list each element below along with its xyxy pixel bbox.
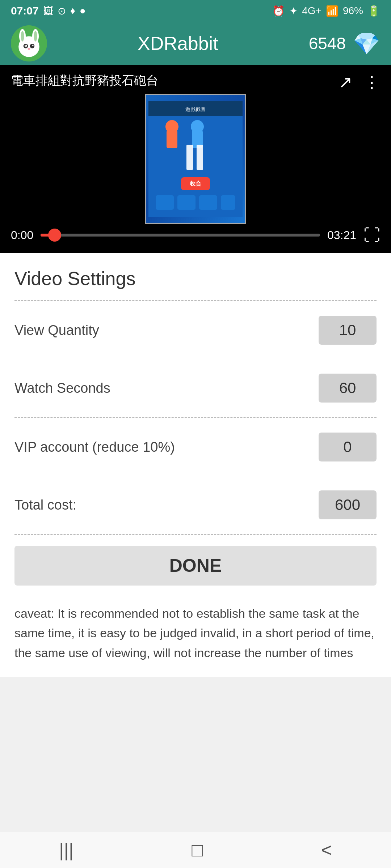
video-controls[interactable]: 0:00 03:21 ⛶ xyxy=(0,217,391,253)
battery-icon: 🔋 xyxy=(367,5,380,17)
done-button[interactable]: DONE xyxy=(14,546,377,586)
video-player[interactable]: 電車排組對抗野豬投石砲台 ↗ ⋮ 遊戲截圖 收合 xyxy=(0,65,391,253)
view-quantity-value: 10 xyxy=(339,322,356,339)
watch-seconds-box[interactable]: 60 xyxy=(319,374,377,403)
svg-point-8 xyxy=(32,45,34,46)
svg-rect-19 xyxy=(186,145,193,170)
total-cost-value: 600 xyxy=(335,496,360,514)
header-right: 6548 💎 xyxy=(309,31,380,56)
bluetooth-status-icon: ✦ xyxy=(289,5,298,17)
home-button[interactable]: □ xyxy=(192,839,203,861)
back-button[interactable]: < xyxy=(321,839,332,861)
clock-icon: ⊙ xyxy=(58,5,66,17)
svg-point-4 xyxy=(34,31,37,42)
caveat-section: caveat: It is recommended not to establi… xyxy=(0,596,391,677)
view-quantity-label: View Quantity xyxy=(14,323,99,338)
bottom-nav: ||| □ < xyxy=(0,832,391,868)
thumbnail-inner: 遊戲截圖 收合 xyxy=(146,95,245,223)
recent-apps-button[interactable]: ||| xyxy=(59,839,74,861)
view-quantity-box[interactable]: 10 xyxy=(319,316,377,345)
fullscreen-button[interactable]: ⛶ xyxy=(363,225,380,245)
video-progress-bar[interactable] xyxy=(41,234,320,237)
status-time: 07:07 xyxy=(11,5,39,17)
video-title: 電車排組對抗野豬投石砲台 xyxy=(11,72,159,89)
svg-rect-24 xyxy=(177,195,196,210)
dot-icon: ● xyxy=(80,5,86,17)
total-cost-box[interactable]: 600 xyxy=(319,490,377,519)
video-time-start: 0:00 xyxy=(11,229,33,242)
bluetooth-icon: ♦ xyxy=(70,5,75,17)
battery-percent: 96% xyxy=(343,5,363,17)
svg-point-16 xyxy=(165,120,178,133)
vip-account-row: VIP account (reduce 10%) 0 xyxy=(14,418,377,476)
coin-count: 6548 xyxy=(309,34,346,53)
settings-section: Video Settings View Quantity 10 Watch Se… xyxy=(0,253,391,535)
video-actions: ↗ ⋮ xyxy=(339,72,380,92)
share-button[interactable]: ↗ xyxy=(339,72,353,92)
svg-point-3 xyxy=(21,31,24,42)
signal-icon: 📶 xyxy=(326,5,339,17)
svg-rect-20 xyxy=(197,145,203,170)
status-left: 07:07 🖼 ⊙ ♦ ● xyxy=(11,5,86,17)
svg-point-11 xyxy=(28,48,30,50)
view-quantity-row: View Quantity 10 xyxy=(14,301,377,359)
video-time-end: 03:21 xyxy=(327,229,356,242)
status-bar: 07:07 🖼 ⊙ ♦ ● ⏰ ✦ 4G+ 📶 96% 🔋 xyxy=(0,0,391,22)
watch-seconds-row: Watch Seconds 60 xyxy=(14,359,377,417)
total-cost-row: Total cost: 600 xyxy=(14,476,377,534)
alarm-icon: ⏰ xyxy=(272,5,285,17)
settings-title: Video Settings xyxy=(14,268,377,289)
watch-seconds-value: 60 xyxy=(339,379,356,397)
app-header: XDRabbit 6548 💎 xyxy=(0,22,391,65)
app-logo xyxy=(11,25,47,61)
svg-rect-25 xyxy=(199,195,217,210)
vip-account-box[interactable]: 0 xyxy=(319,433,377,461)
camera-icon: 🖼 xyxy=(43,5,53,17)
svg-rect-26 xyxy=(221,195,235,210)
more-options-button[interactable]: ⋮ xyxy=(363,72,380,92)
status-right: ⏰ ✦ 4G+ 📶 96% 🔋 xyxy=(272,5,380,17)
svg-point-6 xyxy=(30,44,35,48)
network-type: 4G+ xyxy=(302,5,321,17)
diamond-icon: 💎 xyxy=(353,31,380,56)
video-thumbnail[interactable]: 遊戲截圖 收合 xyxy=(145,94,246,224)
video-progress-dot[interactable] xyxy=(48,229,61,242)
total-cost-label: Total cost: xyxy=(14,497,76,513)
app-title: XDRabbit xyxy=(47,33,309,54)
vip-account-label: VIP account (reduce 10%) xyxy=(14,439,175,455)
vip-account-value: 0 xyxy=(343,438,352,456)
svg-rect-23 xyxy=(156,195,174,210)
svg-text:收合: 收合 xyxy=(190,180,202,187)
caveat-text: caveat: It is recommended not to establi… xyxy=(14,604,377,663)
watch-seconds-label: Watch Seconds xyxy=(14,380,110,396)
done-section: DONE xyxy=(0,535,391,596)
svg-text:遊戲截圖: 遊戲截圖 xyxy=(185,106,206,112)
svg-point-18 xyxy=(191,120,204,133)
